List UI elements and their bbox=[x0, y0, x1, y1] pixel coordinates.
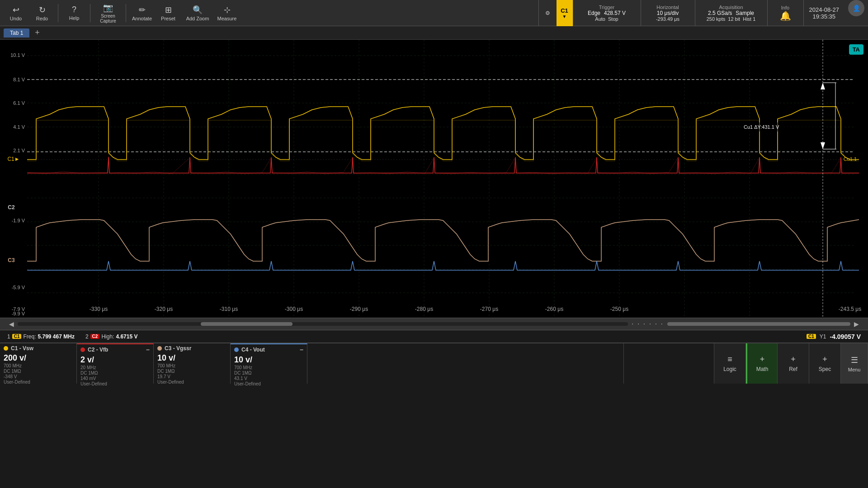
svg-text:-5.9 V: -5.9 V bbox=[12, 285, 25, 290]
svg-text:-250 μs: -250 μs bbox=[610, 306, 628, 312]
preset-icon: ⊞ bbox=[165, 5, 172, 15]
trigger-row: Auto Stop bbox=[579, 16, 635, 22]
toolbar-separator-1 bbox=[58, 4, 58, 22]
add-tab-button[interactable]: + bbox=[31, 28, 43, 38]
settings-button[interactable]: ⚙ bbox=[538, 0, 557, 26]
toolbar-separator-2 bbox=[90, 4, 90, 22]
svg-text:6.1 V: 6.1 V bbox=[13, 100, 25, 106]
svg-text:C2: C2 bbox=[8, 204, 15, 211]
trigger-title: Trigger bbox=[579, 5, 635, 10]
y1-ch-badge: C1 bbox=[807, 334, 816, 339]
tab-1[interactable]: Tab 1 bbox=[4, 28, 29, 38]
c1-color-dot bbox=[4, 346, 8, 351]
channel-4-block[interactable]: C4 - Vout − 10 v/ 700 MHz DC 1MΩ 43.1 V … bbox=[231, 343, 307, 384]
c3-color-dot bbox=[157, 346, 162, 351]
svg-marker-25 bbox=[821, 83, 825, 89]
tabbar: Tab 1 + bbox=[0, 26, 868, 40]
toolbar: ↩ Undo ↻ Redo ? Help 📷 ScreenCapture ✏ A… bbox=[0, 0, 868, 26]
svg-text:-1.9 V: -1.9 V bbox=[12, 218, 25, 223]
svg-text:-330 μs: -330 μs bbox=[90, 306, 108, 312]
redo-button[interactable]: ↻ Redo bbox=[30, 2, 54, 24]
svg-text:2.1 V: 2.1 V bbox=[13, 148, 25, 153]
info-panel: Info 🔔 bbox=[767, 0, 803, 26]
svg-text:-260 μs: -260 μs bbox=[545, 306, 563, 312]
c2-minus[interactable]: − bbox=[146, 346, 150, 353]
svg-text:-270 μs: -270 μs bbox=[480, 306, 498, 312]
channel-1-block[interactable]: C1 - Vsw 200 v/ 700 MHz DC 1MΩ -348 V Us… bbox=[0, 343, 77, 384]
scope-area[interactable]: -330 μs -320 μs -310 μs -300 μs -290 μs … bbox=[0, 40, 868, 318]
svg-text:-290 μs: -290 μs bbox=[350, 306, 368, 312]
gear-icon: ⚙ bbox=[545, 10, 550, 16]
horizontal-panel: Horizontal 10 μs/div -293.49 μs bbox=[641, 0, 695, 26]
right-panel: ≡ Logic + Math + Ref + Spec ☰ Menu bbox=[623, 343, 868, 384]
help-icon: ? bbox=[72, 5, 76, 14]
math-button[interactable]: + Math bbox=[746, 343, 778, 384]
annotate-icon: ✏ bbox=[139, 5, 146, 15]
acquisition-values: 2.5 GSa/s Sample bbox=[701, 10, 762, 16]
acquisition-panel: Acquisition 2.5 GSa/s Sample 250 kpts 12… bbox=[695, 0, 767, 26]
user-badge[interactable]: 👤 bbox=[848, 0, 864, 16]
scroll-track[interactable] bbox=[18, 322, 628, 326]
channel-3-block[interactable]: C3 - Vgssr 10 v/ 700 MHz DC 1MΩ 19.7 V U… bbox=[154, 343, 231, 384]
ta-badge: TA bbox=[849, 44, 863, 55]
scroll-track-right[interactable] bbox=[667, 322, 850, 326]
trigger-panel: Trigger Edge 428.57 V Auto Stop bbox=[573, 0, 641, 26]
logic-icon: ≡ bbox=[727, 355, 732, 364]
trigger-values: Edge 428.57 V bbox=[579, 10, 635, 16]
annotate-button[interactable]: ✏ Annotate bbox=[130, 2, 154, 24]
y1-panel bbox=[624, 343, 714, 384]
svg-text:Cu1.1: Cu1.1 bbox=[844, 156, 857, 162]
acquisition-row: 250 kpts 12 bit Hist 1 bbox=[701, 16, 762, 22]
c1-indicator[interactable]: C1 ▼ bbox=[557, 0, 573, 26]
svg-text:-320 μs: -320 μs bbox=[155, 306, 173, 312]
svg-text:-300 μs: -300 μs bbox=[285, 306, 303, 312]
svg-text:-310 μs: -310 μs bbox=[220, 306, 238, 312]
svg-text:8.1 V: 8.1 V bbox=[13, 77, 25, 82]
zoom-icon: 🔍 bbox=[193, 5, 203, 15]
datetime-panel: 2024-08-27 19:35:35 bbox=[803, 0, 845, 26]
scrollbar: ◀ · · · · · · ▶ bbox=[0, 318, 868, 330]
channel-info-bar: C1 - Vsw 200 v/ 700 MHz DC 1MΩ -348 V Us… bbox=[0, 343, 868, 384]
scroll-thumb-right[interactable] bbox=[667, 322, 850, 326]
screen-capture-button[interactable]: 📷 ScreenCapture bbox=[94, 2, 122, 24]
bell-icon[interactable]: 🔔 bbox=[780, 10, 791, 21]
scroll-thumb[interactable] bbox=[201, 322, 292, 326]
logic-button[interactable]: ≡ Logic bbox=[714, 343, 746, 384]
add-zoom-button[interactable]: 🔍 Add Zoom bbox=[182, 2, 213, 24]
svg-text:-9.9 V: -9.9 V bbox=[12, 311, 25, 316]
top-right-panels: ⚙ C1 ▼ Trigger Edge 428.57 V Auto Stop H… bbox=[538, 0, 865, 26]
ref-button[interactable]: + Ref bbox=[778, 343, 809, 384]
toolbar-separator-3 bbox=[126, 4, 126, 22]
svg-text:Cu1 ΔY:431.1 V: Cu1 ΔY:431.1 V bbox=[744, 124, 779, 130]
scroll-left-arrow[interactable]: ◀ bbox=[9, 320, 14, 328]
meas-ch2-badge: C2 bbox=[90, 334, 100, 339]
svg-text:-280 μs: -280 μs bbox=[415, 306, 433, 312]
acquisition-title: Acquisition bbox=[701, 5, 762, 10]
camera-icon: 📷 bbox=[103, 3, 113, 13]
svg-marker-26 bbox=[821, 142, 825, 149]
menu-icon: ☰ bbox=[851, 355, 858, 365]
c2-color-dot bbox=[80, 347, 85, 352]
spec-plus-icon: + bbox=[822, 355, 827, 364]
horizontal-row: -293.49 μs bbox=[646, 16, 689, 22]
channel-2-block[interactable]: C2 - Vfb − 2 v/ 20 MHz DC 1MΩ 140 mV Use… bbox=[77, 343, 154, 384]
waveform-display: -330 μs -320 μs -310 μs -300 μs -290 μs … bbox=[0, 40, 868, 318]
svg-text:-243.5 μs: -243.5 μs bbox=[839, 306, 861, 312]
help-button[interactable]: ? Help bbox=[62, 2, 86, 24]
svg-text:C1►: C1► bbox=[7, 156, 19, 162]
undo-button[interactable]: ↩ Undo bbox=[4, 2, 28, 24]
math-plus-icon: + bbox=[760, 355, 765, 364]
preset-button[interactable]: ⊞ Preset bbox=[156, 2, 180, 24]
c4-color-dot bbox=[234, 347, 239, 352]
redo-icon: ↻ bbox=[39, 5, 46, 15]
svg-text:C3: C3 bbox=[8, 257, 15, 263]
info-title: Info bbox=[781, 5, 789, 10]
scroll-right-arrow[interactable]: ▶ bbox=[854, 320, 859, 328]
undo-icon: ↩ bbox=[13, 5, 19, 15]
measure-button[interactable]: ⊹ Measure bbox=[215, 2, 239, 24]
menu-button[interactable]: ☰ Menu bbox=[841, 343, 868, 384]
meas-ch1-badge: C1 bbox=[12, 334, 22, 339]
c4-minus[interactable]: − bbox=[300, 346, 303, 353]
meas-item-2: 2 C2 High: 4.6715 V bbox=[85, 333, 138, 340]
spec-button[interactable]: + Spec bbox=[809, 343, 841, 384]
